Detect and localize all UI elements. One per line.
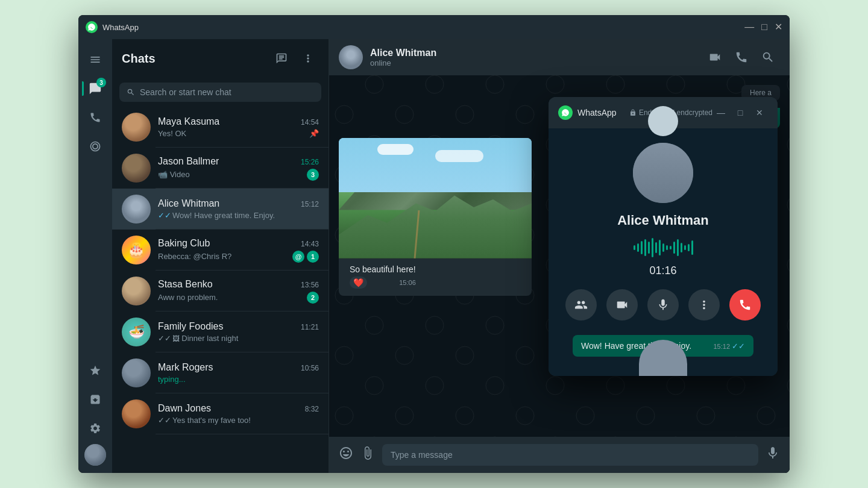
app-window: WhatsApp — □ ✕ 3 [78,15,790,473]
chat-header-avatar[interactable] [339,45,363,69]
wave-bar [684,245,686,250]
baking-mention: @ [292,251,304,263]
call-maximize-button[interactable]: □ [732,104,749,121]
family-info: Family Foodies 11:21 ✓✓🖼 Dinner last nig… [158,321,319,343]
family-preview: ✓✓🖼 Dinner last night [158,334,319,343]
dawn-preview: ✓✓Yes that's my fave too! [158,416,319,425]
call-minimize-button[interactable]: — [712,104,729,121]
wave-bar [641,241,643,254]
call-avatar-image [633,143,693,203]
call-waveform [634,238,693,257]
call-contact-name: Alice Whitman [617,213,709,228]
maya-avatar [122,113,151,142]
user-avatar[interactable] [84,444,106,466]
attach-button[interactable] [360,446,375,464]
dawn-time: 8:32 [305,405,319,413]
emoji-button[interactable] [339,446,353,464]
call-overlay: WhatsApp End-to-end endcrypted — □ ✕ [549,97,778,376]
call-message-time: 15:12 [713,343,730,350]
wave-bar [634,245,635,250]
reaction-badge: ❤️ [350,277,367,289]
participants-button[interactable] [565,289,597,321]
message-input[interactable] [382,444,758,466]
chat-item-family[interactable]: 🍜 Family Foodies 11:21 ✓✓🖼 Dinner last n… [112,311,329,352]
jason-time: 15:26 [301,158,319,166]
search-input[interactable] [140,87,314,97]
mark-avatar [122,358,151,387]
jason-avatar [122,154,151,183]
search-chat-button[interactable] [756,45,780,69]
chat-status: online [370,58,696,67]
voice-message-button[interactable] [766,446,780,464]
more-options-button[interactable] [688,289,720,321]
wave-bar [677,239,679,256]
wave-bar [691,240,693,255]
sidebar-archive-icon[interactable] [82,386,108,413]
wave-bar [670,246,671,249]
call-message-tick: ✓✓ [732,342,745,351]
stasa-info: Stasa Benko 13:56 Aww no problem. 2 [158,279,319,304]
call-logo [558,105,573,120]
chat-input-area [329,437,790,473]
sidebar-settings-icon[interactable] [82,415,108,442]
mute-button[interactable] [647,289,679,321]
dawn-avatar [122,399,151,428]
mark-name: Mark Rogers [158,362,213,373]
sidebar-starred-icon[interactable] [82,357,108,384]
close-button[interactable]: ✕ [775,22,782,32]
sidebar-menu-icon[interactable] [82,46,108,73]
chat-list-panel: Chats [112,39,329,473]
alice-info: Alice Whitman 15:12 ✓✓Wow! Have great ti… [158,198,319,220]
stasa-badge: 2 [307,292,319,304]
jason-info: Jason Ballmer 15:26 📹 Video 3 [158,156,319,181]
chat-contact-name: Alice Whitman [370,48,696,58]
chat-item-dawn[interactable]: Dawn Jones 8:32 ✓✓Yes that's my fave too… [112,393,329,434]
mark-time: 10:56 [301,364,319,372]
chat-item-stasa[interactable]: Stasa Benko 13:56 Aww no problem. 2 [112,271,329,311]
image-time: 15:06 [399,279,416,286]
wave-bar [652,238,653,257]
mark-preview: typing... [158,375,319,384]
sidebar-status-icon[interactable] [82,133,108,160]
chat-item-alice[interactable]: Alice Whitman 15:12 ✓✓Wow! Have great ti… [112,189,329,230]
end-call-button[interactable] [729,289,761,321]
voice-call-button[interactable] [729,45,753,69]
image-footer: So beautiful here! ❤️ 15:06 [339,258,532,296]
minimize-button[interactable]: — [744,22,754,32]
mark-info: Mark Rogers 10:56 typing... [158,362,319,384]
call-duration: 01:16 [649,264,676,277]
call-overlay-body: Alice Whitman 01:16 [549,128,778,376]
wave-bar [662,243,664,252]
sidebar-chats-icon[interactable]: 3 [82,75,108,102]
maximize-button[interactable]: □ [761,22,767,32]
wave-bar [666,245,668,250]
chat-item-mark[interactable]: Mark Rogers 10:56 typing... [112,352,329,393]
family-name: Family Foodies [158,321,223,332]
wave-bar [681,243,682,252]
search-icon [127,88,135,96]
video-call-button[interactable] [703,45,727,69]
sidebar: 3 [78,39,112,473]
menu-button[interactable] [297,48,319,69]
call-video-button[interactable] [606,289,638,321]
baking-avatar: 🎂 [122,236,151,264]
maya-info: Maya Kasuma 14:54 Yes! OK 📌 [158,116,319,138]
chat-item-maya[interactable]: Maya Kasuma 14:54 Yes! OK 📌 [112,107,329,148]
image-message: So beautiful here! ❤️ 15:06 [339,138,532,296]
baking-time: 14:43 [301,240,319,248]
stasa-name: Stasa Benko [158,279,213,290]
wave-bar [637,243,639,252]
sidebar-calls-icon[interactable] [82,104,108,131]
call-app-title: WhatsApp [577,108,629,117]
call-close-button[interactable]: ✕ [751,104,768,121]
mountain-image [339,138,532,258]
chat-item-jason[interactable]: Jason Ballmer 15:26 📹 Video 3 [112,148,329,189]
chat-list-header: Chats [112,39,329,78]
chat-item-baking[interactable]: 🎂 Baking Club 14:43 Rebecca: @Chris R? @… [112,230,329,271]
title-bar: WhatsApp — □ ✕ [78,15,790,39]
image-caption: So beautiful here! [344,261,422,277]
new-chat-button[interactable] [271,48,292,69]
family-avatar: 🍜 [122,318,151,346]
pin-icon: 📌 [309,129,319,138]
chats-badge: 3 [96,78,106,87]
